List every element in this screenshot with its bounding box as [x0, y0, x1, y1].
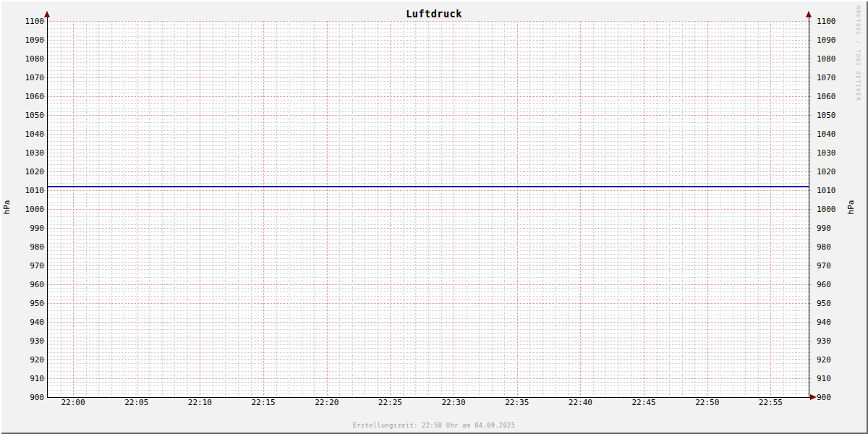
y-tick-label-right: 1030 — [817, 149, 846, 157]
plot-canvas — [48, 21, 809, 397]
y-axis-left-arrow-icon — [44, 11, 50, 17]
x-axis-arrow-icon — [810, 394, 817, 400]
y-tick-label-left: 950 — [14, 299, 44, 307]
x-tick-label: 22:50 — [692, 399, 723, 407]
y-tick-label-left: 1040 — [14, 130, 44, 138]
y-tick-label-right: 1060 — [817, 93, 846, 101]
x-tick-label: 22:30 — [438, 399, 469, 407]
y-tick-label-right: 1040 — [817, 130, 846, 138]
y-tick-label-left: 970 — [14, 262, 44, 270]
x-tick-label: 22:20 — [311, 399, 343, 407]
y-tick-label-left: 1100 — [14, 17, 44, 25]
x-tick-label: 22:45 — [628, 399, 660, 407]
pressure-series-line — [48, 186, 809, 187]
y-tick-label-right: 1020 — [817, 168, 846, 176]
y-axis-left-line — [47, 17, 48, 398]
y-tick-label-right: 1000 — [817, 205, 846, 213]
y-tick-label-left: 930 — [14, 337, 44, 345]
legend-row: Garten Aktuell: 1011.9 hPa Minimum: 1011… — [0, 411, 868, 421]
y-tick-label-left: 1000 — [14, 205, 44, 213]
rrdtool-pressure-graph: Luftdruck 22:0022:0522:1022:1522:2022:25… — [0, 0, 868, 434]
x-tick-label: 22:25 — [374, 399, 406, 407]
y-tick-label-left: 1070 — [14, 74, 44, 82]
x-tick-label: 22:15 — [247, 399, 279, 407]
y-tick-label-left: 1010 — [14, 187, 44, 195]
y-tick-label-left: 1020 — [14, 168, 44, 176]
rrdtool-watermark: RRDTOOL / TOBI OETIKER — [855, 6, 861, 101]
y-tick-label-left: 1050 — [14, 111, 44, 119]
x-tick-label: 22:10 — [184, 399, 216, 407]
y-tick-label-right: 1010 — [817, 187, 846, 195]
x-tick-label: 22:00 — [57, 399, 89, 407]
y-tick-label-left: 1080 — [14, 55, 44, 63]
y-axis-right-line — [809, 17, 809, 398]
y-tick-label-right: 1050 — [817, 111, 846, 119]
y-tick-label-left: 1060 — [14, 93, 44, 101]
y-tick-label-left: 960 — [14, 281, 44, 289]
creation-timestamp: Erstellungszeit: 22:58 Uhr am 04.09.2025 — [0, 422, 868, 429]
y-tick-label-right: 940 — [817, 318, 846, 326]
y-tick-label-right: 910 — [817, 375, 846, 383]
y-tick-label-right: 1080 — [817, 55, 846, 63]
x-tick-label: 22:55 — [754, 399, 786, 407]
x-tick-label: 22:40 — [564, 399, 596, 407]
y-tick-label-right: 970 — [817, 262, 846, 270]
y-tick-label-left: 1090 — [14, 36, 44, 44]
y-axis-unit-left: hPa — [3, 197, 11, 218]
y-axis-right-arrow-icon — [806, 11, 812, 17]
y-tick-label-right: 1100 — [817, 17, 846, 25]
y-tick-label-left: 910 — [14, 375, 44, 383]
y-tick-label-right: 930 — [817, 337, 846, 345]
y-tick-label-left: 940 — [14, 318, 44, 326]
y-tick-label-right: 960 — [817, 281, 846, 289]
y-tick-label-right: 1090 — [817, 36, 846, 44]
y-tick-label-right: 1070 — [817, 74, 846, 82]
x-tick-label: 22:05 — [121, 399, 153, 407]
y-tick-label-right: 980 — [817, 243, 846, 251]
y-tick-label-right: 920 — [817, 356, 846, 364]
y-tick-label-right: 950 — [817, 299, 846, 307]
y-tick-label-left: 980 — [14, 243, 44, 251]
y-tick-label-left: 990 — [14, 224, 44, 232]
y-axis-unit-right: hPa — [847, 197, 855, 218]
y-tick-label-left: 920 — [14, 356, 44, 364]
y-tick-label-left: 1030 — [14, 149, 44, 157]
x-tick-label: 22:35 — [501, 399, 533, 407]
y-tick-label-right: 990 — [817, 224, 846, 232]
y-tick-label-right: 900 — [817, 393, 846, 401]
chart-title: Luftdruck — [0, 8, 868, 20]
y-tick-label-left: 900 — [14, 393, 44, 401]
